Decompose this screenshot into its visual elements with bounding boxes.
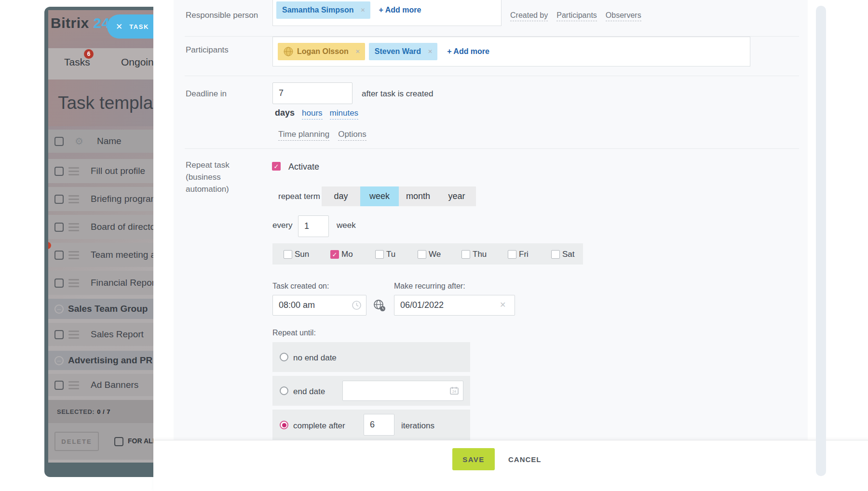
- clear-date-icon[interactable]: ✕: [500, 300, 506, 309]
- radio-end-date[interactable]: [280, 386, 288, 395]
- date-input[interactable]: [394, 295, 515, 316]
- clock-icon[interactable]: [352, 301, 361, 310]
- participants-field[interactable]: Logan Olsson ✕ Steven Ward ✕ + Add more: [272, 37, 750, 66]
- unit-hours[interactable]: hours: [302, 108, 323, 119]
- template-name[interactable]: Financial Report: [91, 278, 157, 288]
- weekday-tu[interactable]: Tu: [375, 250, 395, 259]
- calendar-icon[interactable]: 24: [450, 386, 459, 395]
- observers-link[interactable]: Observers: [606, 11, 641, 21]
- template-name[interactable]: Fill out profile: [91, 166, 145, 176]
- drag-handle-icon[interactable]: [68, 251, 79, 259]
- drag-handle-icon[interactable]: [68, 223, 79, 231]
- until-option-no-end[interactable]: no end date: [272, 342, 470, 372]
- logo-bitrix: Bitrix: [51, 15, 89, 31]
- participants-link[interactable]: Participants: [556, 11, 597, 21]
- cancel-button[interactable]: CANCEL: [505, 448, 544, 470]
- collapse-icon[interactable]: –: [54, 356, 64, 365]
- day-checkbox[interactable]: [418, 250, 426, 259]
- created-by-link[interactable]: Created by: [510, 11, 548, 21]
- person-chip[interactable]: Steven Ward ✕: [369, 43, 437, 60]
- weekday-we[interactable]: We: [418, 250, 441, 259]
- day-checkbox[interactable]: [508, 250, 516, 259]
- day-checkbox[interactable]: [284, 250, 292, 259]
- term-year[interactable]: year: [437, 186, 476, 206]
- template-name[interactable]: Team meeting ag: [91, 250, 161, 260]
- group-name[interactable]: Advertising and PR: [68, 355, 152, 366]
- template-name[interactable]: Board of directors: [91, 222, 163, 232]
- day-checkbox[interactable]: [375, 250, 384, 259]
- term-week[interactable]: week: [360, 186, 399, 206]
- person-chip[interactable]: Logan Olsson ✕: [278, 43, 365, 60]
- activate-checkbox[interactable]: ✓: [272, 162, 281, 171]
- person-chip-name: Samantha Simpson: [282, 6, 353, 14]
- every-input[interactable]: [298, 215, 329, 237]
- row-checkbox[interactable]: [54, 381, 64, 390]
- iterations-input[interactable]: [364, 414, 394, 436]
- remove-chip-icon[interactable]: ✕: [428, 48, 433, 55]
- row-checkbox[interactable]: [54, 167, 64, 176]
- weekday-sat[interactable]: Sat: [551, 250, 575, 259]
- deadline-input[interactable]: [272, 82, 353, 104]
- person-chip[interactable]: Samantha Simpson ✕: [276, 1, 370, 19]
- row-checkbox[interactable]: [54, 251, 64, 260]
- day-checkbox[interactable]: ✓: [330, 250, 339, 259]
- selected-label: SELECTED:: [57, 408, 95, 415]
- radio-complete-after[interactable]: [280, 421, 288, 429]
- weekday-mo[interactable]: ✓Mo: [330, 250, 353, 259]
- remove-chip-icon[interactable]: ✕: [355, 48, 360, 55]
- person-chip-name: Logan Olsson: [297, 47, 349, 56]
- drag-handle-icon[interactable]: [68, 381, 79, 389]
- add-more-link[interactable]: + Add more: [379, 6, 421, 14]
- until-option-end-date[interactable]: end date 24: [272, 376, 470, 406]
- term-day[interactable]: day: [322, 186, 360, 206]
- deadline-label: Deadline in: [186, 89, 227, 99]
- until-option-complete-after[interactable]: complete after iterations: [272, 410, 470, 440]
- collapse-icon[interactable]: –: [54, 305, 64, 314]
- unit-days[interactable]: days: [275, 108, 295, 118]
- tasks-badge: 6: [84, 49, 94, 59]
- responsible-person-field[interactable]: Samantha Simpson ✕ + Add more: [272, 0, 502, 26]
- scrollbar-track[interactable]: [816, 6, 826, 476]
- drag-handle-icon[interactable]: [68, 195, 79, 203]
- unit-minutes[interactable]: minutes: [330, 108, 359, 119]
- time-planning-link[interactable]: Time planning: [278, 130, 329, 141]
- select-all-checkbox[interactable]: [54, 137, 64, 146]
- weekday-thu[interactable]: Thu: [461, 250, 487, 259]
- template-name[interactable]: Briefing program: [91, 194, 158, 204]
- weekday-fri[interactable]: Fri: [508, 250, 529, 259]
- svg-text:24: 24: [452, 390, 456, 393]
- remove-chip-icon[interactable]: ✕: [360, 7, 365, 13]
- delete-button[interactable]: DELETE: [54, 432, 99, 451]
- drag-handle-icon[interactable]: [68, 167, 79, 175]
- avatar-globe-icon: [284, 47, 293, 56]
- repeat-term-label: repeat term: [278, 192, 320, 201]
- row-checkbox[interactable]: [54, 330, 64, 339]
- group-name[interactable]: Sales Team Group: [68, 304, 148, 314]
- for-all-checkbox[interactable]: [114, 437, 123, 446]
- row-checkbox[interactable]: [54, 195, 64, 204]
- template-name[interactable]: Sales Report: [91, 329, 144, 340]
- options-link[interactable]: Options: [338, 130, 366, 141]
- make-recurring-after-label: Make recurring after:: [394, 282, 465, 291]
- term-month[interactable]: month: [399, 186, 437, 206]
- every-unit: week: [337, 221, 356, 230]
- repeat-term-segmented: day week month year: [322, 186, 476, 206]
- day-checkbox[interactable]: [461, 250, 470, 259]
- drag-handle-icon[interactable]: [68, 279, 79, 287]
- weekday-sun[interactable]: Sun: [284, 250, 309, 259]
- row-checkbox[interactable]: [54, 223, 64, 232]
- no-end-date-label: no end date: [293, 353, 337, 363]
- for-all-label: FOR ALL: [128, 437, 157, 445]
- end-date-input[interactable]: [342, 381, 463, 401]
- radio-no-end-date[interactable]: [280, 353, 288, 361]
- close-icon[interactable]: ✕: [116, 22, 122, 32]
- save-button[interactable]: SAVE: [452, 448, 495, 470]
- gear-icon[interactable]: ⚙: [75, 136, 83, 146]
- timezone-globe-icon[interactable]: [373, 299, 386, 312]
- template-name[interactable]: Ad Banners: [91, 380, 138, 390]
- add-more-link[interactable]: + Add more: [447, 47, 489, 56]
- drag-handle-icon[interactable]: [68, 331, 79, 339]
- row-checkbox[interactable]: [54, 279, 64, 288]
- page-title: Task template: [58, 93, 168, 113]
- day-checkbox[interactable]: [551, 250, 560, 259]
